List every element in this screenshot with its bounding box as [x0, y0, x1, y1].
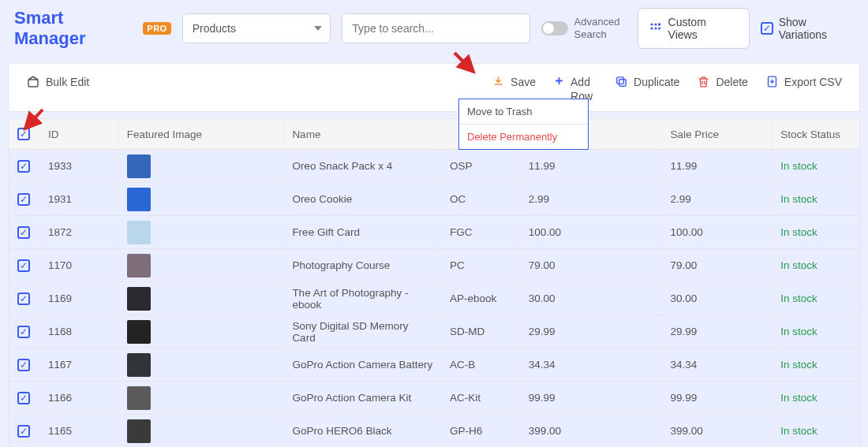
cell-sku[interactable]: OSP — [442, 150, 521, 182]
duplicate-button[interactable]: Duplicate — [615, 75, 679, 103]
cell-sku[interactable]: PC — [442, 249, 521, 281]
table-row[interactable]: ✓1931Oreo CookieOC2.992.99In stock — [9, 183, 859, 216]
cell-sku[interactable]: AC-Kit — [442, 382, 521, 414]
cell-thumb[interactable] — [119, 382, 285, 414]
cell-price[interactable]: 29.99 — [521, 315, 663, 348]
advanced-search-toggle[interactable] — [541, 21, 568, 35]
cell-price[interactable]: 399.00 — [521, 415, 663, 447]
cell-id[interactable]: 1168 — [40, 315, 119, 348]
column-featured-image[interactable]: Featured Image — [119, 119, 285, 149]
cell-thumb[interactable] — [119, 216, 285, 248]
cell-price[interactable]: 11.99 — [521, 150, 663, 182]
cell-id[interactable]: 1169 — [40, 282, 119, 315]
table-row[interactable]: ✓1170Photography CoursePC79.0079.00In st… — [9, 249, 859, 282]
cell-price[interactable]: 30.00 — [521, 282, 663, 315]
cell-sale-price[interactable]: 29.99 — [662, 315, 773, 348]
cell-id[interactable]: 1933 — [40, 150, 119, 182]
cell-price[interactable]: 34.34 — [521, 348, 663, 381]
cell-thumb[interactable] — [119, 348, 285, 381]
cell-thumb[interactable] — [119, 183, 285, 215]
table-row[interactable]: ✓1166GoPro Action Camera KitAC-Kit99.999… — [9, 382, 859, 415]
cell-id[interactable]: 1167 — [40, 348, 119, 381]
cell-id[interactable]: 1931 — [40, 183, 119, 215]
cell-stock-status[interactable]: In stock — [773, 415, 859, 447]
cell-stock-status[interactable]: In stock — [773, 216, 859, 248]
column-stock-status[interactable]: Stock Status — [773, 119, 859, 149]
cell-thumb[interactable] — [119, 282, 285, 315]
cell-id[interactable]: 1165 — [40, 415, 119, 447]
cell-thumb[interactable] — [119, 150, 285, 182]
delete-button[interactable]: Delete — [697, 75, 747, 103]
cell-price[interactable]: 79.00 — [521, 249, 663, 281]
column-name[interactable]: Name — [284, 119, 442, 149]
row-checkbox[interactable]: ✓ — [9, 216, 40, 248]
cell-sale-price[interactable]: 399.00 — [662, 415, 773, 447]
row-checkbox[interactable]: ✓ — [9, 315, 40, 348]
cell-price[interactable]: 99.99 — [521, 382, 663, 414]
cell-stock-status[interactable]: In stock — [773, 249, 859, 281]
row-checkbox[interactable]: ✓ — [9, 150, 40, 182]
cell-stock-status[interactable]: In stock — [773, 348, 859, 381]
bulk-edit-button[interactable]: Bulk Edit — [26, 75, 89, 89]
custom-views-button[interactable]: Custom Views — [638, 8, 750, 49]
cell-stock-status[interactable]: In stock — [773, 150, 859, 182]
cell-sku[interactable]: OC — [442, 183, 521, 215]
cell-name[interactable]: Photography Course — [284, 249, 442, 281]
table-row[interactable]: ✓1872Free Gift CardFGC100.00100.00In sto… — [9, 216, 859, 249]
cell-id[interactable]: 1166 — [40, 382, 119, 414]
cell-id[interactable]: 1170 — [40, 249, 119, 281]
row-checkbox[interactable]: ✓ — [9, 249, 40, 281]
cell-name[interactable]: GoPro Action Camera Kit — [284, 382, 442, 414]
delete-menu-trash[interactable]: Move to Trash — [459, 99, 588, 125]
cell-stock-status[interactable]: In stock — [773, 315, 859, 348]
table-row[interactable]: ✓1933Oreo Snack Pack x 4OSP11.9911.99In … — [9, 150, 859, 183]
delete-menu-permanent[interactable]: Delete Permanently — [459, 125, 588, 149]
column-sale-price[interactable]: Sale Price — [662, 119, 773, 149]
row-checkbox[interactable]: ✓ — [9, 282, 40, 315]
cell-id[interactable]: 1872 — [40, 216, 119, 248]
cell-sale-price[interactable]: 2.99 — [662, 183, 773, 215]
cell-sale-price[interactable]: 34.34 — [662, 348, 773, 381]
show-variations-checkbox[interactable]: ✓ Show Variations — [761, 16, 857, 41]
row-checkbox[interactable]: ✓ — [9, 382, 40, 414]
dashboard-select[interactable]: Products — [182, 13, 331, 43]
export-csv-button[interactable]: Export CSV — [765, 75, 842, 103]
cell-stock-status[interactable]: In stock — [773, 183, 859, 215]
cell-sale-price[interactable]: 11.99 — [662, 150, 773, 182]
cell-stock-status[interactable]: In stock — [773, 282, 859, 315]
checkbox-icon: ✓ — [17, 292, 30, 305]
table-row[interactable]: ✓1168Sony Digital SD Memory CardSD-MD29.… — [9, 315, 859, 348]
column-id[interactable]: ID — [40, 119, 119, 149]
cell-name[interactable]: The Art of Photography - ebook — [284, 282, 442, 315]
cell-name[interactable]: GoPro Action Camera Battery — [284, 348, 442, 381]
cell-sale-price[interactable]: 30.00 — [662, 282, 773, 315]
row-checkbox[interactable]: ✓ — [9, 348, 40, 381]
cell-sale-price[interactable]: 79.00 — [662, 249, 773, 281]
cell-name[interactable]: Oreo Snack Pack x 4 — [284, 150, 442, 182]
cell-thumb[interactable] — [119, 249, 285, 281]
row-checkbox[interactable]: ✓ — [9, 415, 40, 447]
checkbox-icon: ✓ — [17, 425, 30, 438]
cell-sku[interactable]: AP-ebook — [442, 282, 521, 315]
cell-name[interactable]: Sony Digital SD Memory Card — [284, 315, 442, 348]
row-checkbox[interactable]: ✓ — [9, 183, 40, 215]
cell-price[interactable]: 2.99 — [521, 183, 663, 215]
cell-sale-price[interactable]: 99.99 — [662, 382, 773, 414]
cell-name[interactable]: Free Gift Card — [284, 216, 442, 248]
cell-sale-price[interactable]: 100.00 — [662, 216, 773, 248]
cell-name[interactable]: Oreo Cookie — [284, 183, 442, 215]
cell-price[interactable]: 100.00 — [521, 216, 663, 248]
cell-sku[interactable]: AC-B — [442, 348, 521, 381]
table-row[interactable]: ✓1169The Art of Photography - ebookAP-eb… — [9, 282, 859, 315]
cell-thumb[interactable] — [119, 315, 285, 348]
cell-sku[interactable]: GP-H6 — [442, 415, 521, 447]
select-all-checkbox[interactable]: ✓ — [9, 119, 40, 149]
table-row[interactable]: ✓1165GoPro HERO6 BlackGP-H6399.00399.00I… — [9, 415, 859, 447]
search-input[interactable] — [352, 22, 519, 35]
cell-stock-status[interactable]: In stock — [773, 382, 859, 414]
cell-thumb[interactable] — [119, 415, 285, 447]
cell-sku[interactable]: FGC — [442, 216, 521, 248]
table-row[interactable]: ✓1167GoPro Action Camera BatteryAC-B34.3… — [9, 348, 859, 382]
cell-name[interactable]: GoPro HERO6 Black — [284, 415, 442, 447]
cell-sku[interactable]: SD-MD — [442, 315, 521, 348]
